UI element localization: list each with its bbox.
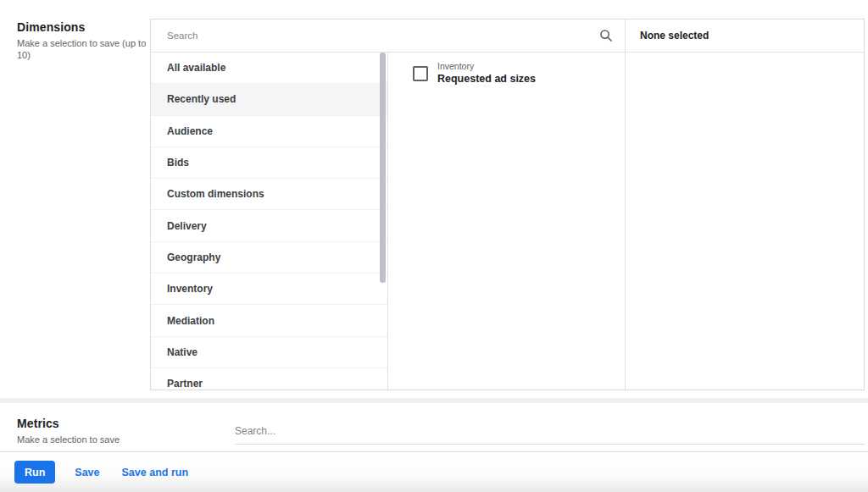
dimension-category-bids[interactable]: Bids <box>151 147 387 179</box>
dimensions-title: Dimensions <box>17 20 151 34</box>
requested-ad-sizes-checkbox[interactable] <box>413 66 428 81</box>
selected-dimensions-column <box>626 53 864 390</box>
dimension-category-custom-dimensions[interactable]: Custom dimensions <box>151 179 387 210</box>
section-separator <box>0 398 868 403</box>
dimension-item-label: Requested ad sizes <box>437 72 536 86</box>
dimension-category-geography[interactable]: Geography <box>151 242 387 274</box>
metrics-header: Metrics Make a selection to save <box>17 417 186 445</box>
picker-body: All availableRecently usedAudienceBidsCu… <box>151 53 864 390</box>
metrics-search-area <box>235 422 865 445</box>
dimension-category-inventory[interactable]: Inventory <box>151 274 387 305</box>
selected-summary: None selected <box>626 19 864 52</box>
dimension-category-recently-used[interactable]: Recently used <box>151 84 387 115</box>
category-list-scrollbar[interactable] <box>380 53 386 283</box>
metrics-search-input[interactable] <box>235 422 865 445</box>
dimensions-search-area <box>151 19 626 52</box>
dimension-items-column: Inventory Requested ad sizes <box>388 53 626 390</box>
dimension-item-labels: Inventory Requested ad sizes <box>437 61 536 86</box>
dimension-category-mediation[interactable]: Mediation <box>151 305 387 336</box>
dimension-category-partner[interactable]: Partner <box>151 368 387 390</box>
dimensions-search-input[interactable] <box>167 30 599 41</box>
picker-header-row: None selected <box>151 19 864 53</box>
dimension-category-all-available[interactable]: All available <box>151 53 387 84</box>
metrics-subtitle: Make a selection to save <box>17 434 186 445</box>
dimensions-header: Dimensions Make a selection to save (up … <box>17 20 151 61</box>
dimensions-picker-panel: None selected All availableRecently used… <box>150 19 865 390</box>
action-bar: Run Save Save and run <box>0 452 868 492</box>
dimensions-subtitle: Make a selection to save (up to 10) <box>17 37 151 61</box>
dimension-item-requested-ad-sizes[interactable]: Inventory Requested ad sizes <box>388 53 625 86</box>
dimension-category-native[interactable]: Native <box>151 337 387 368</box>
search-icon[interactable] <box>599 29 613 42</box>
save-button[interactable]: Save <box>75 467 99 478</box>
metrics-title: Metrics <box>17 417 186 430</box>
save-and-run-button[interactable]: Save and run <box>122 467 189 478</box>
dimension-category-delivery[interactable]: Delivery <box>151 210 387 241</box>
run-button[interactable]: Run <box>14 461 55 484</box>
dimension-category-audience[interactable]: Audience <box>151 116 387 147</box>
dimension-category-list: All availableRecently usedAudienceBidsCu… <box>151 53 388 390</box>
dimension-item-group: Inventory <box>437 61 536 72</box>
